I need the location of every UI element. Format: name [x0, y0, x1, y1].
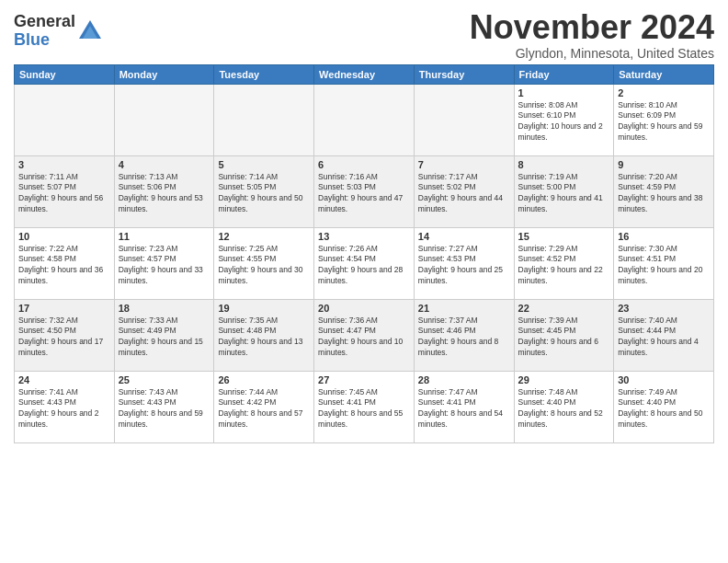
calendar-cell	[314, 84, 415, 155]
calendar-cell: 12Sunrise: 7:25 AM Sunset: 4:55 PM Dayli…	[214, 227, 314, 299]
logo-icon	[77, 18, 103, 44]
weekday-header-row: Sunday Monday Tuesday Wednesday Thursday…	[15, 64, 714, 84]
calendar-cell: 15Sunrise: 7:29 AM Sunset: 4:52 PM Dayli…	[514, 227, 614, 299]
day-number: 10	[18, 231, 110, 242]
logo: General Blue	[14, 13, 103, 50]
calendar-cell: 13Sunrise: 7:26 AM Sunset: 4:54 PM Dayli…	[314, 227, 415, 299]
day-info: Sunrise: 7:29 AM Sunset: 4:52 PM Dayligh…	[518, 244, 610, 288]
week-row-2: 3Sunrise: 7:11 AM Sunset: 5:07 PM Daylig…	[15, 155, 714, 227]
day-info: Sunrise: 8:08 AM Sunset: 6:10 PM Dayligh…	[518, 100, 610, 144]
calendar-cell: 30Sunrise: 7:49 AM Sunset: 4:40 PM Dayli…	[614, 371, 714, 442]
calendar-cell: 3Sunrise: 7:11 AM Sunset: 5:07 PM Daylig…	[15, 155, 115, 227]
day-info: Sunrise: 7:47 AM Sunset: 4:41 PM Dayligh…	[418, 387, 510, 431]
day-number: 7	[418, 159, 510, 170]
logo-blue: Blue	[14, 30, 50, 49]
day-info: Sunrise: 7:32 AM Sunset: 4:50 PM Dayligh…	[18, 316, 110, 360]
day-info: Sunrise: 7:22 AM Sunset: 4:58 PM Dayligh…	[18, 244, 110, 288]
header-tuesday: Tuesday	[214, 64, 314, 84]
calendar-cell	[414, 84, 514, 155]
calendar-cell: 24Sunrise: 7:41 AM Sunset: 4:43 PM Dayli…	[15, 371, 115, 442]
page-container: General Blue November 2024 Glyndon, Minn…	[0, 0, 728, 448]
day-number: 30	[618, 374, 710, 385]
week-row-4: 17Sunrise: 7:32 AM Sunset: 4:50 PM Dayli…	[15, 299, 714, 371]
day-number: 23	[618, 303, 710, 314]
day-number: 14	[418, 231, 510, 242]
day-number: 3	[18, 159, 110, 170]
day-number: 19	[218, 303, 310, 314]
day-number: 12	[218, 231, 310, 242]
day-info: Sunrise: 7:39 AM Sunset: 4:45 PM Dayligh…	[518, 316, 610, 360]
day-number: 21	[418, 303, 510, 314]
calendar-cell: 7Sunrise: 7:17 AM Sunset: 5:02 PM Daylig…	[414, 155, 514, 227]
calendar-cell: 5Sunrise: 7:14 AM Sunset: 5:05 PM Daylig…	[214, 155, 314, 227]
day-info: Sunrise: 7:20 AM Sunset: 4:59 PM Dayligh…	[618, 172, 710, 216]
day-number: 4	[119, 159, 210, 170]
day-info: Sunrise: 7:17 AM Sunset: 5:02 PM Dayligh…	[418, 172, 510, 216]
header-sunday: Sunday	[15, 64, 115, 84]
day-number: 26	[218, 374, 310, 385]
day-info: Sunrise: 7:27 AM Sunset: 4:53 PM Dayligh…	[418, 244, 510, 288]
day-number: 20	[318, 303, 410, 314]
day-info: Sunrise: 7:40 AM Sunset: 4:44 PM Dayligh…	[618, 316, 710, 360]
day-info: Sunrise: 7:36 AM Sunset: 4:47 PM Dayligh…	[318, 316, 410, 360]
week-row-5: 24Sunrise: 7:41 AM Sunset: 4:43 PM Dayli…	[15, 371, 714, 442]
calendar-cell: 9Sunrise: 7:20 AM Sunset: 4:59 PM Daylig…	[614, 155, 714, 227]
calendar-cell: 11Sunrise: 7:23 AM Sunset: 4:57 PM Dayli…	[114, 227, 214, 299]
day-info: Sunrise: 7:30 AM Sunset: 4:51 PM Dayligh…	[618, 244, 710, 288]
day-info: Sunrise: 7:13 AM Sunset: 5:06 PM Dayligh…	[119, 172, 210, 216]
day-info: Sunrise: 7:19 AM Sunset: 5:00 PM Dayligh…	[518, 172, 610, 216]
header-saturday: Saturday	[614, 64, 714, 84]
day-info: Sunrise: 7:33 AM Sunset: 4:49 PM Dayligh…	[119, 316, 210, 360]
day-info: Sunrise: 7:35 AM Sunset: 4:48 PM Dayligh…	[218, 316, 310, 360]
day-number: 13	[318, 231, 410, 242]
calendar-cell: 6Sunrise: 7:16 AM Sunset: 5:03 PM Daylig…	[314, 155, 415, 227]
calendar-cell	[114, 84, 214, 155]
calendar-cell: 16Sunrise: 7:30 AM Sunset: 4:51 PM Dayli…	[614, 227, 714, 299]
day-info: Sunrise: 7:23 AM Sunset: 4:57 PM Dayligh…	[119, 244, 210, 288]
calendar-cell: 17Sunrise: 7:32 AM Sunset: 4:50 PM Dayli…	[15, 299, 115, 371]
calendar-cell: 8Sunrise: 7:19 AM Sunset: 5:00 PM Daylig…	[514, 155, 614, 227]
day-number: 28	[418, 374, 510, 385]
location: Glyndon, Minnesota, United States	[470, 46, 714, 61]
day-info: Sunrise: 7:16 AM Sunset: 5:03 PM Dayligh…	[318, 172, 410, 216]
day-number: 29	[518, 374, 610, 385]
day-info: Sunrise: 8:10 AM Sunset: 6:09 PM Dayligh…	[618, 100, 710, 144]
calendar-cell: 29Sunrise: 7:48 AM Sunset: 4:40 PM Dayli…	[514, 371, 614, 442]
day-number: 18	[119, 303, 210, 314]
calendar-cell: 14Sunrise: 7:27 AM Sunset: 4:53 PM Dayli…	[414, 227, 514, 299]
day-number: 8	[518, 159, 610, 170]
day-number: 15	[518, 231, 610, 242]
day-info: Sunrise: 7:14 AM Sunset: 5:05 PM Dayligh…	[218, 172, 310, 216]
day-number: 27	[318, 374, 410, 385]
calendar-cell	[15, 84, 115, 155]
day-info: Sunrise: 7:43 AM Sunset: 4:43 PM Dayligh…	[119, 387, 210, 431]
logo-text: General Blue	[14, 13, 75, 50]
calendar-cell: 1Sunrise: 8:08 AM Sunset: 6:10 PM Daylig…	[514, 84, 614, 155]
day-info: Sunrise: 7:25 AM Sunset: 4:55 PM Dayligh…	[218, 244, 310, 288]
day-info: Sunrise: 7:11 AM Sunset: 5:07 PM Dayligh…	[18, 172, 110, 216]
calendar-cell: 26Sunrise: 7:44 AM Sunset: 4:42 PM Dayli…	[214, 371, 314, 442]
day-number: 22	[518, 303, 610, 314]
day-number: 5	[218, 159, 310, 170]
day-number: 6	[318, 159, 410, 170]
day-number: 2	[618, 87, 710, 98]
calendar-cell: 4Sunrise: 7:13 AM Sunset: 5:06 PM Daylig…	[114, 155, 214, 227]
day-info: Sunrise: 7:26 AM Sunset: 4:54 PM Dayligh…	[318, 244, 410, 288]
day-number: 17	[18, 303, 110, 314]
day-number: 24	[18, 374, 110, 385]
calendar-cell: 2Sunrise: 8:10 AM Sunset: 6:09 PM Daylig…	[614, 84, 714, 155]
day-info: Sunrise: 7:37 AM Sunset: 4:46 PM Dayligh…	[418, 316, 510, 360]
day-number: 16	[618, 231, 710, 242]
header: General Blue November 2024 Glyndon, Minn…	[14, 9, 714, 61]
header-wednesday: Wednesday	[314, 64, 415, 84]
calendar-cell: 25Sunrise: 7:43 AM Sunset: 4:43 PM Dayli…	[114, 371, 214, 442]
title-block: November 2024 Glyndon, Minnesota, United…	[470, 9, 714, 61]
day-info: Sunrise: 7:49 AM Sunset: 4:40 PM Dayligh…	[618, 387, 710, 431]
calendar-cell: 22Sunrise: 7:39 AM Sunset: 4:45 PM Dayli…	[514, 299, 614, 371]
calendar-cell: 28Sunrise: 7:47 AM Sunset: 4:41 PM Dayli…	[414, 371, 514, 442]
calendar-cell: 18Sunrise: 7:33 AM Sunset: 4:49 PM Dayli…	[114, 299, 214, 371]
day-info: Sunrise: 7:48 AM Sunset: 4:40 PM Dayligh…	[518, 387, 610, 431]
header-friday: Friday	[514, 64, 614, 84]
day-info: Sunrise: 7:45 AM Sunset: 4:41 PM Dayligh…	[318, 387, 410, 431]
calendar-cell	[214, 84, 314, 155]
